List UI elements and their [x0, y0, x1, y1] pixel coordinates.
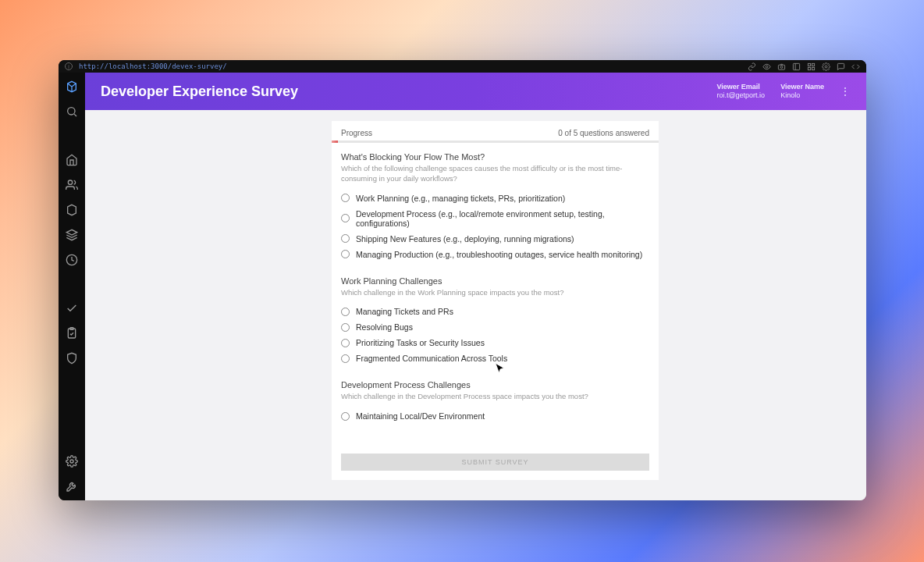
- questions-area: What's Blocking Your Flow The Most? Whic…: [332, 146, 659, 447]
- viewer-name-block: Viewer Name Kinolo: [780, 83, 824, 100]
- question-2: Work Planning Challenges Which challenge…: [341, 276, 649, 367]
- radio-icon: [341, 194, 350, 202]
- question-3: Development Process Challenges Which cha…: [341, 380, 649, 424]
- clipboard-icon[interactable]: [66, 327, 78, 340]
- sidebar: [59, 73, 85, 500]
- q1-option-2[interactable]: Shipping New Features (e.g., deploying, …: [341, 231, 649, 247]
- code-icon[interactable]: [851, 62, 860, 71]
- page-header: Developer Experience Survey Viewer Email…: [85, 73, 866, 110]
- eye-icon[interactable]: [762, 62, 771, 71]
- header-right: Viewer Email roi.t@getport.io Viewer Nam…: [716, 83, 851, 100]
- question-3-title: Development Process Challenges: [341, 380, 649, 389]
- viewer-name-label: Viewer Name: [780, 83, 824, 91]
- q1-option-1[interactable]: Development Process (e.g., local/remote …: [341, 206, 649, 231]
- radio-icon: [341, 323, 350, 332]
- q1-option-0[interactable]: Work Planning (e.g., managing tickets, P…: [341, 190, 649, 206]
- progress-bar-fill: [332, 140, 338, 143]
- svg-rect-1: [778, 65, 784, 69]
- radio-icon: [341, 234, 350, 243]
- gear-icon[interactable]: [822, 62, 830, 71]
- svg-point-12: [68, 180, 72, 184]
- browser-top-bar: i http://localhost:3000/devex-survey/: [59, 60, 866, 73]
- radio-icon: [341, 412, 350, 421]
- svg-rect-7: [808, 67, 810, 69]
- logo-icon[interactable]: [66, 80, 78, 93]
- q1-option-3[interactable]: Managing Production (e.g., troubleshooti…: [341, 247, 649, 262]
- top-bar-actions: [748, 62, 860, 71]
- shield-icon[interactable]: [66, 352, 78, 365]
- q2-option-0[interactable]: Managing Tickets and PRs: [341, 304, 649, 319]
- q1-option-3-label: Managing Production (e.g., troubleshooti…: [356, 250, 642, 259]
- clock-icon[interactable]: [66, 254, 78, 266]
- viewer-email-block: Viewer Email roi.t@getport.io: [716, 83, 765, 100]
- radio-icon: [341, 354, 350, 363]
- svg-line-11: [74, 114, 76, 116]
- question-1-desc: Which of the following challenge spaces …: [341, 164, 649, 184]
- home-icon[interactable]: [66, 154, 78, 166]
- q3-option-0[interactable]: Maintaining Local/Dev Environment: [341, 408, 649, 424]
- question-1-title: What's Blocking Your Flow The Most?: [341, 152, 649, 162]
- page-title: Developer Experience Survey: [101, 84, 298, 100]
- chat-icon[interactable]: [837, 62, 845, 71]
- submit-button[interactable]: Submit Survey: [341, 454, 649, 471]
- users-icon[interactable]: [66, 179, 78, 191]
- q2-option-3-label: Fragmented Communication Across Tools: [356, 354, 507, 363]
- url-bar[interactable]: http://localhost:3000/devex-survey/: [79, 62, 741, 70]
- survey-card: Progress 0 of 5 questions answered What'…: [332, 121, 659, 480]
- app-body: Developer Experience Survey Viewer Email…: [59, 73, 866, 500]
- search-icon[interactable]: [66, 105, 78, 118]
- radio-icon: [341, 250, 350, 258]
- svg-point-2: [780, 66, 783, 68]
- q2-option-2-label: Prioritizing Tasks or Security Issues: [356, 338, 485, 347]
- svg-rect-6: [812, 63, 814, 66]
- radio-icon: [341, 214, 350, 222]
- svg-rect-8: [812, 67, 814, 69]
- svg-point-17: [70, 460, 73, 463]
- q1-option-0-label: Work Planning (e.g., managing tickets, P…: [356, 194, 565, 203]
- q1-option-1-label: Development Process (e.g., local/remote …: [356, 209, 649, 228]
- radio-icon: [341, 308, 350, 316]
- grid-icon[interactable]: [807, 62, 816, 71]
- q1-option-2-label: Shipping New Features (e.g., deploying, …: [356, 234, 574, 244]
- svg-marker-13: [66, 229, 76, 235]
- app-window: i http://localhost:3000/devex-survey/: [59, 60, 866, 500]
- layers-icon[interactable]: [66, 229, 78, 241]
- svg-point-0: [766, 66, 768, 68]
- more-menu-icon[interactable]: ⋮: [840, 85, 851, 98]
- package-icon[interactable]: [66, 204, 78, 216]
- q2-option-2[interactable]: Prioritizing Tasks or Security Issues: [341, 335, 649, 350]
- progress-status: 0 of 5 questions answered: [558, 129, 649, 137]
- svg-rect-3: [793, 63, 799, 69]
- panel-icon[interactable]: [792, 62, 801, 71]
- wrench-icon[interactable]: [66, 480, 78, 493]
- question-2-title: Work Planning Challenges: [341, 276, 649, 286]
- viewer-email-label: Viewer Email: [716, 83, 765, 91]
- question-1: What's Blocking Your Flow The Most? Whic…: [341, 152, 649, 262]
- progress-bar: [332, 140, 659, 143]
- svg-point-9: [825, 66, 827, 68]
- submit-wrap: Submit Survey: [332, 447, 659, 480]
- info-icon: i: [65, 62, 73, 70]
- question-3-desc: Which challenge in the Development Proce…: [341, 392, 649, 402]
- settings-icon[interactable]: [66, 455, 78, 468]
- link-icon[interactable]: [748, 62, 756, 71]
- q2-option-1[interactable]: Resolving Bugs: [341, 319, 649, 335]
- question-2-desc: Which challenge in the Work Planning spa…: [341, 288, 649, 298]
- q2-option-0-label: Managing Tickets and PRs: [356, 307, 453, 316]
- radio-icon: [341, 339, 350, 347]
- viewer-email-value: roi.t@getport.io: [716, 91, 765, 100]
- q3-option-0-label: Maintaining Local/Dev Environment: [356, 411, 485, 421]
- content-wrap: Progress 0 of 5 questions answered What'…: [85, 110, 866, 500]
- check-icon[interactable]: [66, 302, 78, 315]
- main-area: Developer Experience Survey Viewer Email…: [85, 73, 866, 500]
- mouse-cursor-icon: [493, 362, 507, 376]
- svg-point-10: [68, 108, 75, 115]
- camera-icon[interactable]: [777, 62, 786, 71]
- progress-label: Progress: [341, 129, 372, 137]
- viewer-name-value: Kinolo: [780, 91, 824, 100]
- q2-option-1-label: Resolving Bugs: [356, 322, 413, 332]
- progress-row: Progress 0 of 5 questions answered: [332, 121, 659, 140]
- svg-rect-5: [808, 63, 810, 66]
